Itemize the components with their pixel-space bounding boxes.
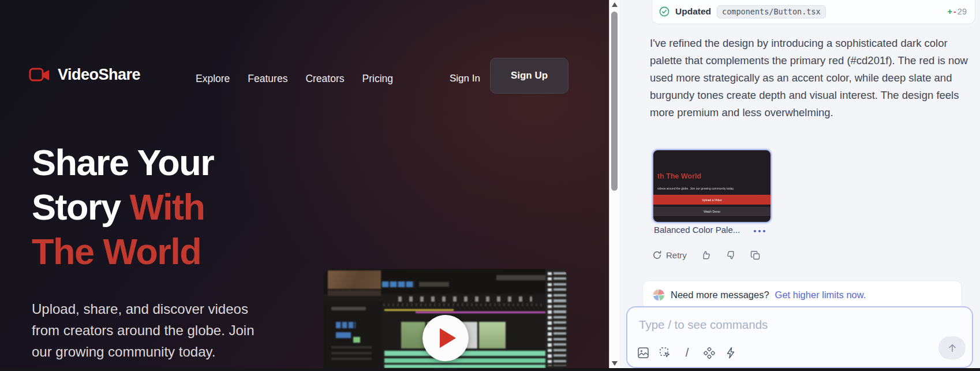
thumbs-down-button[interactable]: [725, 250, 736, 261]
bottom-edge-strip: [0, 368, 980, 371]
check-circle-icon: [659, 6, 669, 17]
site-brand: VideoShare: [58, 66, 140, 84]
assistant-message: I've refined the design by introducing a…: [650, 35, 974, 121]
screenshot-root: VideoShare Explore Features Creators Pri…: [0, 0, 980, 371]
thumb-preview-primary-button: Upload a Video: [653, 195, 770, 205]
thumbs-up-icon: [701, 250, 712, 261]
slash-command-button[interactable]: /: [680, 346, 694, 359]
retry-button[interactable]: Retry: [652, 250, 687, 260]
message-actions: Retry: [652, 250, 761, 261]
nav-link-creators[interactable]: Creators: [305, 73, 344, 85]
copy-button[interactable]: [750, 250, 761, 261]
site-logo[interactable]: VideoShare: [29, 66, 140, 84]
file-update-card: Updated components/Button.tsx + - 29: [652, 0, 975, 24]
composer: /: [626, 306, 973, 368]
composer-toolbar: /: [637, 346, 738, 359]
copy-icon: [750, 250, 761, 261]
sign-up-button[interactable]: Sign Up: [490, 58, 568, 94]
thumbs-down-icon: [725, 250, 736, 261]
thumb-preview-text: videos around the globe. Join our growin…: [657, 187, 734, 190]
updated-file-chip[interactable]: components/Button.tsx: [717, 5, 826, 18]
thumbnail-title: Balanced Color Pale...: [654, 225, 740, 235]
hero-video-preview: [323, 269, 568, 368]
image-icon: [637, 347, 649, 359]
thumbnail-menu-button[interactable]: [751, 228, 768, 235]
retry-icon: [652, 250, 662, 260]
select-area-icon: [659, 347, 671, 359]
sign-in-link[interactable]: Sign In: [450, 58, 480, 99]
scrollbar-thumb[interactable]: [611, 12, 618, 191]
play-icon: [440, 328, 456, 348]
thumbs-up-button[interactable]: [701, 250, 712, 261]
hero-paragraph: Upload, share, and discover videos from …: [32, 298, 274, 362]
usage-pie-icon: [653, 289, 665, 301]
nav-link-explore[interactable]: Explore: [196, 73, 230, 85]
version-thumbnail[interactable]: th The World videos around the globe. Jo…: [652, 149, 772, 223]
nav-link-features[interactable]: Features: [248, 73, 287, 85]
select-element-button[interactable]: [659, 346, 672, 359]
scrollbar-down-icon[interactable]: [612, 361, 618, 366]
diff-stats: + - 29: [948, 7, 967, 16]
update-label: Updated: [675, 6, 711, 17]
chat-panel: Updated components/Button.tsx + - 29 I'v…: [620, 0, 980, 371]
diamonds-icon: [703, 347, 716, 359]
quick-actions-button[interactable]: [724, 346, 738, 359]
hero-heading: Share Your Story With The World: [32, 140, 309, 274]
thumb-preview-heading: th The World: [657, 172, 701, 180]
get-higher-limits-link[interactable]: Get higher limits now.: [775, 290, 866, 300]
scrollbar-up-icon[interactable]: [612, 2, 618, 7]
site-preview-panel: VideoShare Explore Features Creators Pri…: [0, 0, 609, 371]
site-navbar: VideoShare Explore Features Creators Pri…: [0, 58, 609, 99]
ellipsis-icon: [754, 230, 756, 232]
send-arrow-icon: [947, 343, 957, 353]
thumb-preview-secondary-button: Watch Demo: [653, 207, 770, 216]
video-play-button[interactable]: [422, 315, 469, 361]
page-scrollbar[interactable]: [609, 0, 620, 368]
site-nav-links: Explore Features Creators Pricing: [196, 58, 393, 99]
lightning-icon: [725, 347, 736, 359]
composer-input[interactable]: [638, 314, 952, 335]
limits-banner: Need more messages? Get higher limits no…: [642, 280, 962, 309]
video-camera-icon: [29, 67, 51, 83]
image-attach-button[interactable]: [637, 346, 650, 359]
send-button[interactable]: [938, 336, 966, 359]
banner-text: Need more messages?: [671, 290, 769, 300]
components-button[interactable]: [702, 346, 716, 359]
nav-link-pricing[interactable]: Pricing: [362, 73, 394, 85]
